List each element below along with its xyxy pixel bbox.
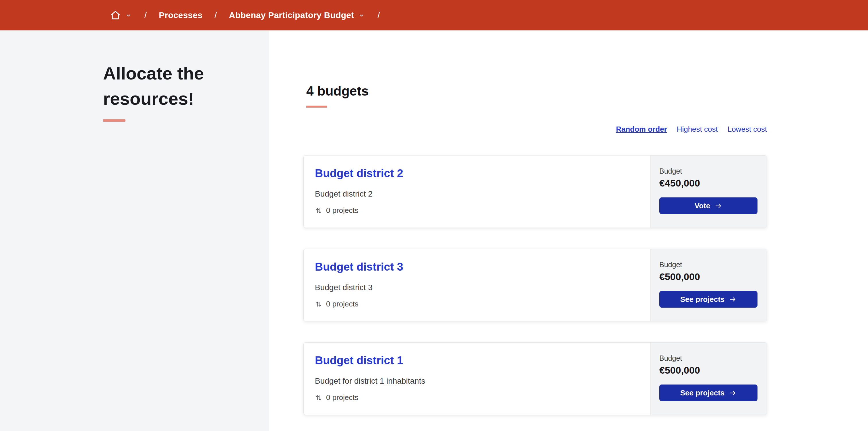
top-navigation-bar: / Processes / Abbenay Participatory Budg… — [0, 0, 868, 30]
breadcrumb-separator: / — [144, 10, 147, 20]
see-projects-button-label: See projects — [680, 295, 725, 304]
budget-card-title-link[interactable]: Budget district 3 — [315, 260, 403, 273]
budget-amount: €450,000 — [659, 178, 757, 189]
page-body: Allocate the resources! 4 budgets Random… — [0, 30, 868, 431]
budget-card-body: Budget district 2 Budget district 2 0 pr… — [304, 156, 650, 227]
arrow-right-icon — [729, 296, 737, 303]
budget-card-subtitle: Budget for district 1 inhabitants — [315, 376, 639, 386]
projects-count-label: 0 projects — [326, 206, 359, 215]
projects-count: 0 projects — [315, 300, 639, 308]
budgets-count-heading: 4 budgets — [306, 83, 767, 99]
process-dropdown-toggle[interactable] — [358, 11, 365, 19]
home-link[interactable] — [110, 10, 121, 21]
budget-card-title-link[interactable]: Budget district 2 — [315, 167, 403, 180]
projects-count-label: 0 projects — [326, 300, 359, 308]
breadcrumb-processes-link[interactable]: Processes — [159, 10, 203, 20]
projects-arrows-icon — [315, 301, 322, 308]
breadcrumb-process-link[interactable]: Abbenay Participatory Budget — [229, 10, 354, 20]
budget-card: Budget district 1 Budget for district 1 … — [303, 342, 767, 415]
main-content: 4 budgets Random order Highest cost Lowe… — [269, 30, 868, 431]
budget-amount: €500,000 — [659, 271, 757, 282]
vote-button-label: Vote — [694, 202, 710, 210]
sort-random-order-link[interactable]: Random order — [616, 125, 667, 134]
sort-highest-cost-link[interactable]: Highest cost — [677, 125, 718, 134]
budget-label: Budget — [659, 167, 757, 175]
projects-count: 0 projects — [315, 206, 639, 215]
budget-card-subtitle: Budget district 2 — [315, 189, 639, 198]
breadcrumb-separator: / — [377, 10, 380, 20]
see-projects-button[interactable]: See projects — [659, 291, 757, 308]
home-icon — [110, 10, 121, 21]
sort-options-row: Random order Highest cost Lowest cost — [303, 125, 767, 134]
title-accent-underline — [103, 119, 125, 122]
budget-label: Budget — [659, 354, 757, 362]
breadcrumb-process-group: Abbenay Participatory Budget — [229, 10, 366, 20]
breadcrumb: / Processes / Abbenay Participatory Budg… — [110, 10, 392, 21]
projects-arrows-icon — [315, 394, 322, 401]
budget-card-side-panel: Budget €500,000 See projects — [650, 249, 767, 321]
budget-card-side-panel: Budget €500,000 See projects — [650, 343, 767, 414]
budget-label: Budget — [659, 260, 757, 269]
projects-count: 0 projects — [315, 393, 639, 402]
see-projects-button[interactable]: See projects — [659, 384, 757, 401]
sidebar: Allocate the resources! — [0, 30, 269, 431]
arrow-right-icon — [714, 203, 722, 209]
budget-card: Budget district 2 Budget district 2 0 pr… — [303, 155, 767, 228]
projects-count-label: 0 projects — [326, 393, 359, 402]
budget-card-title-link[interactable]: Budget district 1 — [315, 354, 403, 367]
home-dropdown-toggle[interactable] — [125, 11, 132, 19]
breadcrumb-separator: / — [214, 10, 217, 20]
sort-lowest-cost-link[interactable]: Lowest cost — [727, 125, 767, 134]
chevron-down-icon — [359, 12, 364, 18]
sidebar-title: Allocate the resources! — [103, 61, 226, 111]
breadcrumb-home-group — [110, 10, 132, 21]
arrow-right-icon — [729, 390, 737, 396]
budget-card-body: Budget district 1 Budget for district 1 … — [304, 343, 650, 414]
budget-amount: €500,000 — [659, 365, 757, 376]
budget-card-side-panel: Budget €450,000 Vote — [650, 156, 767, 227]
chevron-down-icon — [126, 12, 131, 18]
budget-card-body: Budget district 3 Budget district 3 0 pr… — [304, 249, 650, 321]
projects-arrows-icon — [315, 207, 322, 214]
budget-card-subtitle: Budget district 3 — [315, 283, 639, 292]
budget-card: Budget district 3 Budget district 3 0 pr… — [303, 249, 767, 321]
see-projects-button-label: See projects — [680, 389, 725, 397]
vote-button[interactable]: Vote — [659, 197, 757, 214]
heading-accent-underline — [306, 105, 327, 107]
